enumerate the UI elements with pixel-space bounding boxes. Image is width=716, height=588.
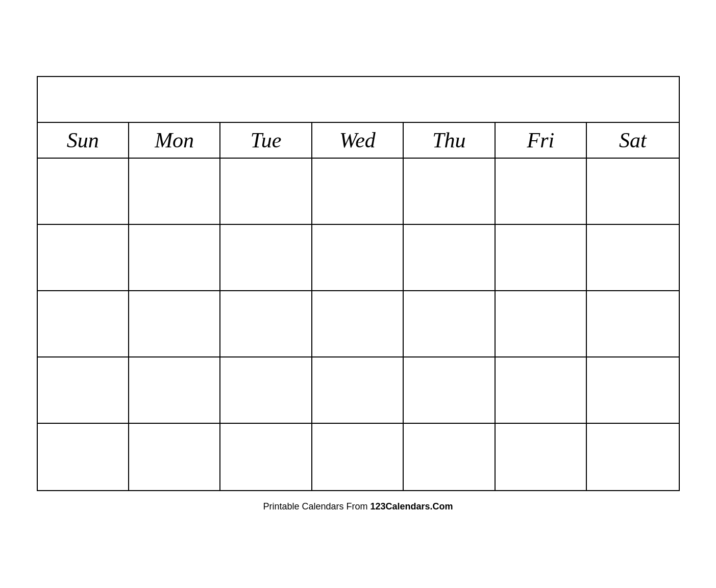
day-header-fri: Fri — [496, 123, 587, 158]
day-header-sun: Sun — [38, 123, 129, 158]
calendar-cell[interactable] — [312, 225, 404, 291]
calendar-cell[interactable] — [129, 159, 220, 225]
footer: Printable Calendars From 123Calendars.Co… — [37, 501, 680, 512]
calendar-cell[interactable] — [129, 291, 220, 357]
calendar-cell[interactable] — [404, 159, 495, 225]
calendar-cell[interactable] — [220, 424, 312, 490]
calendar-cell[interactable] — [220, 357, 312, 424]
calendar-cell[interactable] — [404, 291, 495, 357]
calendar-grid — [38, 159, 679, 490]
calendar-cell[interactable] — [587, 424, 678, 490]
calendar-wrapper: Sun Mon Tue Wed Thu Fri Sat — [37, 76, 680, 491]
calendar-cell[interactable] — [404, 225, 495, 291]
calendar-cell[interactable] — [220, 225, 312, 291]
day-header-thu: Thu — [404, 123, 495, 158]
day-header-wed: Wed — [312, 123, 404, 158]
calendar-cell[interactable] — [38, 291, 129, 357]
page-container: Sun Mon Tue Wed Thu Fri Sat — [27, 66, 690, 522]
calendar-cell[interactable] — [404, 424, 495, 490]
footer-text-normal: Printable Calendars From — [263, 501, 370, 512]
calendar-cell[interactable] — [312, 159, 404, 225]
day-header-sat: Sat — [587, 123, 678, 158]
calendar-title-row — [38, 77, 679, 123]
calendar-header: Sun Mon Tue Wed Thu Fri Sat — [38, 123, 679, 159]
calendar-cell[interactable] — [38, 225, 129, 291]
calendar-cell[interactable] — [129, 357, 220, 424]
calendar-cell[interactable] — [129, 225, 220, 291]
calendar-cell[interactable] — [312, 291, 404, 357]
calendar-cell[interactable] — [220, 159, 312, 225]
calendar-cell[interactable] — [587, 225, 678, 291]
calendar-cell[interactable] — [587, 159, 678, 225]
calendar-cell[interactable] — [587, 291, 678, 357]
calendar-cell[interactable] — [496, 225, 587, 291]
footer-text-bold: 123Calendars.Com — [371, 501, 453, 512]
calendar-cell[interactable] — [496, 159, 587, 225]
calendar-cell[interactable] — [38, 424, 129, 490]
calendar-cell[interactable] — [587, 357, 678, 424]
calendar-cell[interactable] — [496, 357, 587, 424]
day-header-tue: Tue — [220, 123, 312, 158]
calendar-cell[interactable] — [38, 159, 129, 225]
calendar-cell[interactable] — [129, 424, 220, 490]
calendar-cell[interactable] — [496, 424, 587, 490]
calendar-cell[interactable] — [312, 424, 404, 490]
calendar-cell[interactable] — [312, 357, 404, 424]
calendar-cell[interactable] — [496, 291, 587, 357]
calendar-cell[interactable] — [220, 291, 312, 357]
calendar-cell[interactable] — [38, 357, 129, 424]
day-header-mon: Mon — [129, 123, 220, 158]
calendar-cell[interactable] — [404, 357, 495, 424]
